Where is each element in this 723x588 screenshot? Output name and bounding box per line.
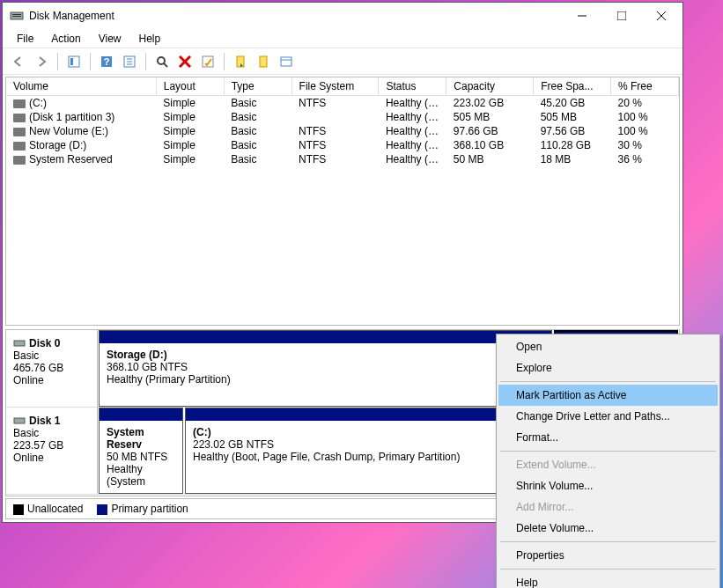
column-header[interactable]: Free Spa... (534, 77, 611, 96)
cell: 97.66 GB (446, 124, 534, 138)
cell: 505 MB (534, 110, 611, 124)
cell: 20 % (611, 96, 679, 111)
column-header[interactable]: Volume (6, 77, 156, 96)
cell: 100 % (611, 124, 679, 138)
delete-button[interactable] (174, 51, 196, 72)
disk-info-0[interactable]: Disk 0 Basic 465.76 GB Online (6, 330, 98, 407)
table-row[interactable]: System ReservedSimpleBasicNTFSHealthy (S… (6, 152, 679, 166)
volume-icon (13, 142, 26, 151)
menu-item-properties[interactable]: Properties (498, 545, 718, 566)
disk-size: 223.57 GB (13, 439, 90, 452)
menu-item-explore[interactable]: Explore (498, 357, 718, 379)
cell: System Reserved (6, 152, 156, 166)
menu-item-help[interactable]: Help (498, 572, 718, 588)
table-row[interactable]: Storage (D:)SimpleBasicNTFSHealthy (P...… (6, 138, 679, 152)
partition-name: System Reserv (107, 426, 175, 451)
menu-item-change-drive-letter-and-paths[interactable]: Change Drive Letter and Paths... (498, 406, 718, 427)
column-header[interactable]: Layout (156, 77, 224, 96)
menu-file[interactable]: File (8, 31, 42, 47)
cell: Basic (224, 110, 291, 124)
cell: 505 MB (446, 110, 534, 124)
action-button-2[interactable] (253, 51, 274, 72)
menu-help[interactable]: Help (130, 31, 170, 47)
menu-separator (500, 381, 716, 382)
maximize-button[interactable] (601, 4, 641, 28)
svg-rect-25 (14, 418, 25, 423)
legend-unallocated: Unallocated (13, 503, 83, 515)
svg-text:?: ? (104, 56, 110, 67)
back-button[interactable] (8, 51, 29, 72)
cell: Simple (156, 152, 224, 166)
table-row[interactable]: (Disk 1 partition 3)SimpleBasicHealthy (… (6, 110, 679, 124)
partition-name: Storage (D:) (107, 349, 544, 361)
column-header[interactable]: Type (224, 77, 291, 96)
context-menu: OpenExploreMark Partition as ActiveChang… (496, 334, 720, 588)
partition-storage-d[interactable]: Storage (D:) 368.10 GB NTFS Healthy (Pri… (99, 330, 552, 407)
menu-item-shrink-volume[interactable]: Shrink Volume... (498, 475, 718, 496)
volume-icon (13, 156, 26, 165)
cell: 100 % (611, 110, 679, 124)
menu-item-format[interactable]: Format... (498, 427, 718, 448)
cell: Simple (156, 124, 224, 138)
help-button[interactable]: ? (96, 51, 117, 72)
column-header[interactable]: Capacity (446, 77, 534, 96)
window-title: Disk Management (29, 10, 562, 22)
volume-icon (13, 99, 26, 108)
partition-status: Healthy (Primary Partition) (107, 373, 544, 386)
volume-table: VolumeLayoutTypeFile SystemStatusCapacit… (6, 77, 679, 166)
menu-action[interactable]: Action (42, 31, 89, 47)
cell: Healthy (B... (379, 96, 446, 111)
cell: Basic (224, 96, 291, 111)
svg-rect-2 (12, 16, 21, 17)
table-row[interactable]: (C:)SimpleBasicNTFSHealthy (B...223.02 G… (6, 96, 679, 111)
disk-name: Disk 0 (29, 337, 60, 349)
menu-item-mark-partition-as-active[interactable]: Mark Partition as Active (498, 385, 718, 406)
show-hide-tree-button[interactable] (63, 51, 85, 72)
menu-item-open[interactable]: Open (498, 336, 718, 357)
volume-icon (13, 128, 26, 136)
disk-state: Online (13, 452, 90, 464)
disk-type: Basic (13, 427, 90, 439)
partition-size: 368.10 GB NTFS (107, 361, 544, 373)
cell: 110.28 GB (534, 138, 611, 152)
action-button-3[interactable] (276, 51, 297, 72)
column-header[interactable]: Status (379, 77, 446, 96)
svg-rect-1 (12, 14, 21, 15)
settings-button[interactable] (119, 51, 140, 72)
close-button[interactable] (641, 4, 681, 28)
svg-rect-21 (260, 56, 267, 67)
disk-icon (13, 337, 26, 349)
column-header[interactable]: File System (291, 77, 379, 96)
cell: Basic (224, 138, 291, 152)
cell: NTFS (291, 96, 379, 111)
svg-rect-24 (14, 341, 25, 346)
menu-item-delete-volume[interactable]: Delete Volume... (498, 518, 718, 539)
cell: NTFS (291, 152, 379, 166)
cell: Basic (224, 124, 291, 138)
svg-point-15 (158, 57, 165, 64)
cell: NTFS (291, 138, 379, 152)
app-icon (10, 9, 24, 23)
refresh-button[interactable] (151, 51, 173, 72)
cell: 45.20 GB (534, 96, 611, 111)
disk-info-1[interactable]: Disk 1 Basic 223.57 GB Online (6, 408, 98, 494)
separator (57, 53, 58, 70)
partition-size: 50 MB NTFS (107, 451, 175, 463)
forward-button[interactable] (31, 51, 52, 72)
cell: Basic (224, 152, 291, 166)
action-button-1[interactable] (230, 51, 251, 72)
cell: Simple (156, 96, 224, 111)
cell: New Volume (E:) (6, 124, 156, 138)
toolbar: ? (3, 48, 682, 75)
titlebar[interactable]: Disk Management (3, 3, 682, 29)
svg-line-16 (164, 63, 167, 67)
cell: Storage (D:) (6, 138, 156, 152)
cell: Healthy (R... (379, 110, 446, 124)
properties-button[interactable] (197, 51, 218, 72)
minimize-button[interactable] (562, 4, 601, 28)
menu-view[interactable]: View (90, 31, 130, 47)
column-header[interactable]: % Free (611, 77, 679, 96)
table-row[interactable]: New Volume (E:)SimpleBasicNTFSHealthy (P… (6, 124, 679, 138)
volume-list[interactable]: VolumeLayoutTypeFile SystemStatusCapacit… (5, 77, 680, 326)
partition-system-reserved[interactable]: System Reserv 50 MB NTFS Healthy (System (99, 408, 183, 494)
